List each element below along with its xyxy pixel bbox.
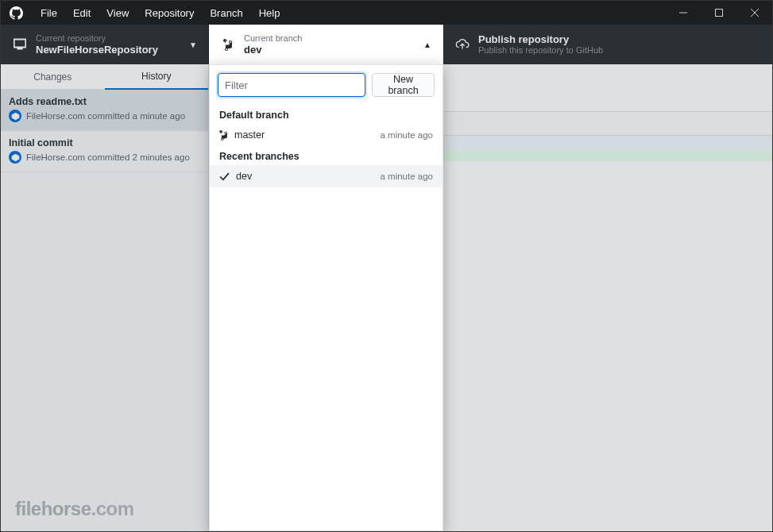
cloud-upload-icon [454,38,470,51]
avatar-icon [9,151,21,164]
branch-filter-input[interactable] [218,73,365,97]
avatar-icon [9,110,21,122]
current-branch-selector[interactable]: Current branch dev ▲ [209,25,443,64]
commit-title: Adds readme.txt [9,96,200,107]
sidebar: Changes History Adds readme.txt FileHors… [1,64,209,531]
commit-title: Initial commit [9,137,200,148]
repo-name: NewFileHorseRepository [36,44,158,56]
publish-repository-button[interactable]: Publish repository Publish this reposito… [443,25,772,64]
branch-name: master [234,129,265,141]
app-window: File Edit View Repository Branch Help Cu… [0,0,773,532]
window-maximize-button[interactable] [701,1,736,25]
chevron-up-icon: ▲ [423,40,431,49]
tab-history[interactable]: History [105,64,209,90]
current-repository-selector[interactable]: Current repository NewFileHorseRepositor… [1,25,209,64]
window-minimize-button[interactable] [665,1,701,25]
commit-meta: FileHorse.com committed a minute ago [26,111,185,121]
branch-item-master[interactable]: master a minute ago [210,124,443,146]
menu-branch[interactable]: Branch [202,1,250,25]
window-close-button[interactable] [736,1,772,25]
commit-list-item[interactable]: Adds readme.txt FileHorse.com committed … [1,90,208,131]
tab-changes[interactable]: Changes [1,64,105,90]
branch-item-dev[interactable]: dev a minute ago [210,165,443,187]
check-icon [219,172,230,181]
branch-name: dev [236,171,252,182]
branch-name: dev [244,44,302,56]
watermark: filehorse.com [15,498,134,520]
menu-view[interactable]: View [99,1,137,25]
titlebar: File Edit View Repository Branch Help [1,1,772,25]
git-branch-icon [220,38,236,51]
menu-file[interactable]: File [33,1,65,25]
default-branch-heading: Default branch [210,105,443,124]
toolbar: Current repository NewFileHorseRepositor… [1,25,772,64]
branch-dropdown: New branch Default branch master a minut… [209,64,443,531]
menu-repository[interactable]: Repository [137,1,202,25]
branch-time: a minute ago [381,172,434,181]
svg-rect-0 [715,10,722,17]
menu-help[interactable]: Help [251,1,288,25]
sidebar-tabs: Changes History [1,64,208,90]
branch-label: Current branch [244,33,302,44]
chevron-down-icon: ▼ [189,40,197,49]
github-logo-icon [9,6,23,20]
branch-time: a minute ago [381,130,434,140]
publish-desc: Publish this repository to GitHub [478,45,603,56]
publish-label: Publish repository [478,33,603,46]
repo-label: Current repository [36,33,158,44]
commit-meta: FileHorse.com committed 2 minutes ago [26,152,190,162]
commit-list-item[interactable]: Initial commit FileHorse.com committed 2… [1,131,208,172]
new-branch-button[interactable]: New branch [372,73,435,97]
git-branch-icon [219,129,228,141]
recent-branches-heading: Recent branches [210,146,443,165]
menu-edit[interactable]: Edit [65,1,99,25]
monitor-icon [12,38,28,51]
